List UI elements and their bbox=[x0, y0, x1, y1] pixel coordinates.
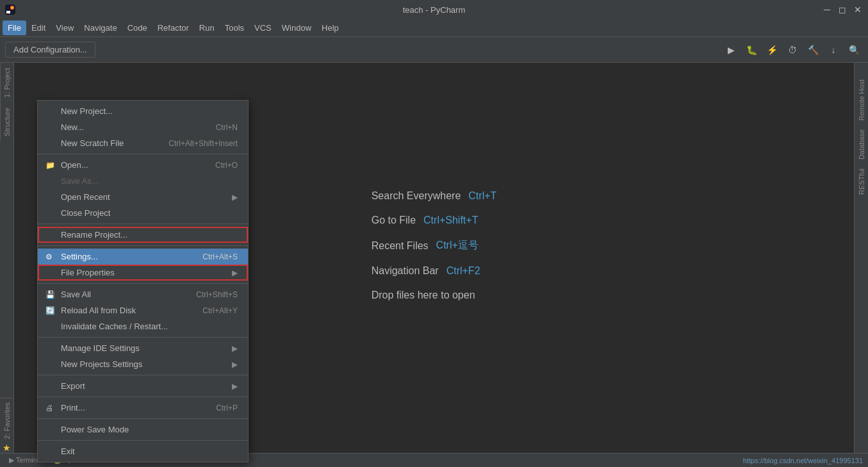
profile-button[interactable]: ⏱ bbox=[783, 41, 801, 59]
save-icon: 💾 bbox=[45, 290, 55, 299]
menu-invalidate-caches[interactable]: Invalidate Caches / Restart... bbox=[38, 318, 248, 334]
menu-save-all[interactable]: 💾 Save All Ctrl+Shift+S bbox=[38, 286, 248, 302]
menu-run[interactable]: Run bbox=[194, 20, 220, 35]
menu-open-recent[interactable]: Open Recent ▶ bbox=[38, 189, 248, 205]
navigation-bar-row: Navigation Bar Ctrl+F2 bbox=[372, 265, 497, 277]
file-properties-arrow-icon: ▶ bbox=[232, 268, 238, 277]
separator-6 bbox=[38, 375, 248, 375]
menu-settings[interactable]: ⚙ Settings... Ctrl+Alt+S bbox=[38, 249, 248, 265]
run-button[interactable]: ▶ bbox=[722, 41, 740, 59]
menu-vcs[interactable]: VCS bbox=[249, 20, 277, 35]
menu-refactor[interactable]: Refactor bbox=[152, 20, 194, 35]
gear-icon: ⚙ bbox=[45, 252, 53, 261]
reload-icon: 🔄 bbox=[45, 306, 55, 315]
coverage-button[interactable]: ⚡ bbox=[763, 41, 781, 59]
menu-new-project[interactable]: New Project... bbox=[38, 103, 248, 119]
drop-files-label: Drop files here to open bbox=[372, 290, 475, 301]
menu-exit[interactable]: Exit bbox=[38, 443, 248, 459]
separator-4 bbox=[38, 283, 248, 284]
go-to-file-shortcut: Ctrl+Shift+T bbox=[423, 215, 478, 226]
arrow-icon: ▶ bbox=[232, 193, 238, 202]
recent-files-shortcut: Ctrl+逗号 bbox=[436, 239, 479, 252]
structure-panel-tab[interactable]: Structure bbox=[0, 102, 13, 142]
database-label[interactable]: Database bbox=[856, 126, 867, 163]
add-configuration-button[interactable]: Add Configuration... bbox=[5, 42, 95, 58]
favorites-star-icon[interactable]: ★ bbox=[3, 443, 11, 453]
menu-bar: File Edit View Navigate Code Refactor Ru… bbox=[0, 19, 868, 37]
svg-rect-1 bbox=[6, 11, 10, 13]
separator-2 bbox=[38, 224, 248, 224]
separator-8 bbox=[38, 418, 248, 419]
title-bar: teach - PyCharm ─ ◻ ✕ bbox=[0, 0, 868, 19]
menu-new-scratch-file[interactable]: New Scratch File Ctrl+Alt+Shift+Insert bbox=[38, 135, 248, 151]
favorites-sidebar: 2: Favorites ★ bbox=[0, 398, 14, 453]
menu-tools[interactable]: Tools bbox=[220, 20, 249, 35]
close-button[interactable]: ✕ bbox=[853, 4, 863, 15]
recent-files-label: Recent Files bbox=[372, 240, 429, 252]
menu-save-as: Save As... bbox=[38, 173, 248, 189]
go-to-file-label: Go to File bbox=[372, 215, 416, 226]
go-to-file-row: Go to File Ctrl+Shift+T bbox=[372, 215, 497, 226]
menu-view[interactable]: View bbox=[51, 20, 79, 35]
welcome-content: Search Everywhere Ctrl+T Go to File Ctrl… bbox=[372, 190, 497, 301]
separator-3 bbox=[38, 245, 248, 246]
drop-files-row: Drop files here to open bbox=[372, 290, 497, 301]
maximize-button[interactable]: ◻ bbox=[837, 4, 848, 15]
separator-1 bbox=[38, 154, 248, 154]
search-everywhere-shortcut: Ctrl+T bbox=[468, 190, 496, 202]
menu-window[interactable]: Window bbox=[277, 20, 316, 35]
search-everywhere-label: Search Everywhere bbox=[372, 190, 461, 202]
favorites-tab[interactable]: 2: Favorites bbox=[2, 398, 12, 443]
title-bar-left bbox=[5, 4, 15, 15]
menu-manage-ide-settings[interactable]: Manage IDE Settings ▶ bbox=[38, 340, 248, 356]
search-everywhere-row: Search Everywhere Ctrl+T bbox=[372, 190, 497, 202]
restful-label[interactable]: RESTful bbox=[856, 165, 867, 199]
new-projects-arrow-icon: ▶ bbox=[232, 360, 238, 369]
print-icon: 🖨 bbox=[45, 404, 53, 413]
menu-file-properties[interactable]: File Properties ▶ bbox=[38, 265, 248, 281]
navigation-bar-label: Navigation Bar bbox=[372, 265, 439, 277]
menu-power-save-mode[interactable]: Power Save Mode bbox=[38, 422, 248, 438]
navigation-bar-shortcut: Ctrl+F2 bbox=[446, 265, 480, 277]
toolbar: Add Configuration... ▶ 🐛 ⚡ ⏱ 🔨 ↓ 🔍 bbox=[0, 37, 868, 63]
separator-7 bbox=[38, 397, 248, 397]
menu-file[interactable]: File bbox=[3, 20, 26, 35]
menu-print[interactable]: 🖨 Print... Ctrl+P bbox=[38, 400, 248, 416]
menu-export[interactable]: Export ▶ bbox=[38, 378, 248, 394]
file-menu-popup: New Project... New... Ctrl+N New Scratch… bbox=[37, 100, 249, 463]
menu-navigate[interactable]: Navigate bbox=[79, 20, 122, 35]
window-controls: ─ ◻ ✕ bbox=[822, 4, 863, 15]
svg-point-3 bbox=[12, 7, 13, 9]
manage-ide-arrow-icon: ▶ bbox=[232, 344, 238, 353]
menu-rename-project[interactable]: Rename Project... bbox=[38, 227, 248, 243]
right-sidebar: Remote Host Database RESTful bbox=[854, 63, 868, 467]
recent-files-row: Recent Files Ctrl+逗号 bbox=[372, 239, 497, 252]
menu-new-projects-settings[interactable]: New Projects Settings ▶ bbox=[38, 356, 248, 372]
menu-open[interactable]: 📁 Open... Ctrl+O bbox=[38, 157, 248, 173]
menu-reload-all[interactable]: 🔄 Reload All from Disk Ctrl+Alt+Y bbox=[38, 302, 248, 318]
menu-new[interactable]: New... Ctrl+N bbox=[38, 119, 248, 135]
menu-help[interactable]: Help bbox=[316, 20, 344, 35]
build-button[interactable]: 🔨 bbox=[804, 41, 822, 59]
window-title: teach - PyCharm bbox=[403, 5, 466, 15]
minimize-button[interactable]: ─ bbox=[822, 4, 832, 15]
menu-code[interactable]: Code bbox=[122, 20, 152, 35]
update-button[interactable]: ↓ bbox=[824, 41, 842, 59]
folder-icon: 📁 bbox=[45, 161, 55, 170]
remote-host-label[interactable]: Remote Host bbox=[856, 76, 867, 124]
export-arrow-icon: ▶ bbox=[232, 382, 238, 391]
separator-9 bbox=[38, 440, 248, 441]
menu-close-project[interactable]: Close Project bbox=[38, 205, 248, 221]
debug-button[interactable]: 🐛 bbox=[742, 41, 760, 59]
app-logo bbox=[5, 4, 15, 15]
project-panel-tab[interactable]: 1: Project bbox=[0, 63, 13, 102]
main-layout: 1: Project Structure Search Everywhere C… bbox=[0, 63, 868, 467]
content-area: Search Everywhere Ctrl+T Go to File Ctrl… bbox=[14, 63, 854, 467]
menu-edit[interactable]: Edit bbox=[26, 20, 51, 35]
blog-link[interactable]: https://blog.csdn.net/weixin_41995131 bbox=[743, 457, 863, 464]
separator-5 bbox=[38, 337, 248, 338]
file-dropdown-menu: New Project... New... Ctrl+N New Scratch… bbox=[37, 100, 249, 463]
search-everywhere-button[interactable]: 🔍 bbox=[845, 41, 863, 59]
